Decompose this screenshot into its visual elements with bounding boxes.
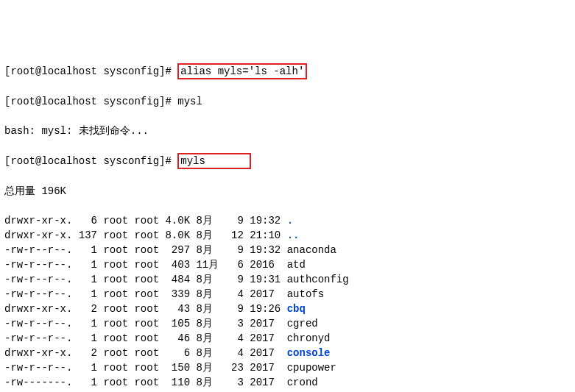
prompt-prefix: [root@localhost sysconfig]# xyxy=(4,96,177,107)
total-line: 总用量 196K xyxy=(4,184,571,199)
prompt-prefix: [root@localhost sysconfig]# xyxy=(4,155,177,167)
list-item: drwxr-xr-x. 137 root root 8.0K 8月 12 21:… xyxy=(4,228,571,243)
list-item: drwxr-xr-x. 2 root root 6 8月 4 2017 cons… xyxy=(4,346,571,360)
list-item: -rw-r--r--. 1 root root 297 8月 9 19:32 a… xyxy=(4,243,571,257)
list-item: -rw-r--r--. 1 root root 403 11月 6 2016 a… xyxy=(4,257,571,272)
list-item: -rw-r--r--. 1 root root 339 8月 4 2017 au… xyxy=(4,287,571,302)
list-item: drwxr-xr-x. 6 root root 4.0K 8月 9 19:32 … xyxy=(4,213,571,228)
bash-error: bash: mysl: 未找到命令... xyxy=(4,124,571,138)
prompt-prefix: [root@localhost sysconfig]# xyxy=(4,65,177,77)
prompt-line-2: [root@localhost sysconfig]# mysl xyxy=(4,94,571,109)
list-item: drwxr-xr-x. 2 root root 43 8月 9 19:26 cb… xyxy=(4,302,571,316)
file-listing: drwxr-xr-x. 6 root root 4.0K 8月 9 19:32 … xyxy=(4,213,571,392)
list-item: -rw-------. 1 root root 110 8月 3 2017 cr… xyxy=(4,375,571,390)
list-item: -rw-r--r--. 1 root root 46 8月 4 2017 chr… xyxy=(4,331,571,346)
typed-command: mysl xyxy=(177,96,202,107)
list-item: -rw-r--r--. 1 root root 105 8月 3 2017 cg… xyxy=(4,316,571,331)
prompt-line-3: [root@localhost sysconfig]# myls xyxy=(4,153,571,169)
list-item: -rw-r--r--. 1 root root 150 8月 23 2017 c… xyxy=(4,360,571,375)
highlighted-command-1: alias myls='ls -alh' xyxy=(177,63,307,79)
highlighted-command-2: myls xyxy=(177,153,251,169)
prompt-line-1: [root@localhost sysconfig]# alias myls='… xyxy=(4,63,571,79)
list-item: -rw-r--r--. 1 root root 484 8月 9 19:31 a… xyxy=(4,272,571,287)
